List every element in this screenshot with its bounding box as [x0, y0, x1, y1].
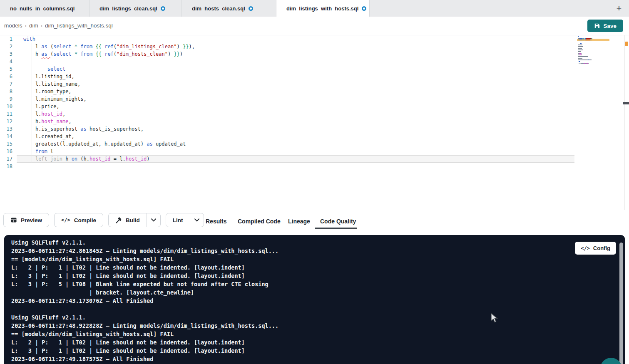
code-line: [23, 58, 195, 65]
code-line: l.listing_name,: [23, 80, 195, 88]
action-toolbar: Preview </> Compile Build Lin: [0, 210, 629, 235]
config-label: Config: [593, 245, 610, 251]
editor-tab[interactable]: dim_listings_clean.sql: [90, 0, 182, 17]
minimap-line: [578, 45, 609, 45]
minimap-line: [578, 61, 609, 62]
line-number: 18: [0, 163, 12, 170]
breadcrumb-item[interactable]: dim: [29, 22, 38, 29]
code-line: from l: [23, 148, 195, 155]
code-content[interactable]: with l as (select * from {{ ref("dim_lis…: [23, 35, 195, 170]
line-number: 17: [0, 155, 12, 163]
save-icon: [594, 23, 600, 29]
panel-tab-lineage[interactable]: Lineage: [288, 218, 310, 225]
line-number: 4: [0, 58, 12, 65]
editor-scrollbar-thumb[interactable]: [623, 102, 629, 104]
code-line: l.price,: [23, 103, 195, 110]
panel-tab-results[interactable]: Results: [206, 218, 227, 225]
result-panel-tabs: ResultsCompiled CodeLineageCode Quality: [0, 210, 629, 235]
line-number: 7: [0, 80, 12, 88]
new-tab-button[interactable]: +: [613, 2, 625, 14]
line-number: 14: [0, 133, 12, 140]
terminal-line: == [models/dim/dim_listings_with_hosts.s…: [11, 255, 278, 263]
minimap[interactable]: [578, 36, 609, 66]
terminal-line: == [models/dim/dim_listings_with_hosts.s…: [11, 330, 278, 338]
minimap-line: [578, 53, 609, 54]
code-line: h.is_superhost as host_is_superhost,: [23, 125, 195, 133]
line-number-gutter: 123456789101112131415161718: [0, 35, 12, 170]
code-editor[interactable]: 123456789101112131415161718 with l as (s…: [0, 35, 629, 210]
terminal-line: L: 3 | P: 1 | LT02 | Line should not be …: [11, 272, 278, 280]
code-line: l.created_at,: [23, 133, 195, 140]
minimap-line: [578, 51, 609, 52]
line-number: 9: [0, 95, 12, 103]
editor-tab[interactable]: no_nulls_in_columns.sql: [0, 0, 90, 17]
unsaved-changes-dot[interactable]: [249, 6, 253, 11]
terminal-line: 2023-06-06T11:27:49.187575Z – All Finish…: [11, 355, 278, 363]
panel-tab-compiled-code[interactable]: Compiled Code: [238, 218, 281, 225]
tab-label: no_nulls_in_columns.sql: [10, 5, 75, 12]
code-line: l.minimum_nights,: [23, 95, 195, 103]
unsaved-changes-dot[interactable]: [362, 6, 366, 11]
panel-tab-code-quality[interactable]: Code Quality: [320, 218, 356, 225]
minimap-line: [578, 58, 609, 59]
terminal-line: [11, 305, 278, 313]
code-line: with: [23, 35, 195, 43]
terminal-line: L: 3 | P: 5 | LT08 | Blank line expected…: [11, 280, 278, 288]
editor-tab[interactable]: dim_hosts_clean.sql: [182, 0, 276, 17]
line-number: 6: [0, 73, 12, 80]
unsaved-changes-dot[interactable]: [161, 6, 165, 11]
terminal-line: | bracket. [layout.cte_newline]: [11, 288, 278, 297]
code-line: h.host_name,: [23, 118, 195, 125]
code-line: l.room_type,: [23, 88, 195, 95]
terminal-line: 2023-06-06T11:27:42.861845Z – Linting mo…: [11, 247, 278, 255]
save-button[interactable]: Save: [587, 20, 623, 32]
terminal-line: Using SQLFluff v2.1.1.: [11, 313, 278, 322]
terminal-scrollbar-thumb[interactable]: [619, 243, 623, 364]
minimap-line: [578, 54, 609, 55]
breadcrumb-bar: models›dim›dim_listings_with_hosts.sql S…: [0, 17, 629, 35]
code-line: l.host_id,: [23, 110, 195, 118]
editor-tab[interactable]: dim_listings_with_hosts.sql: [276, 0, 370, 17]
minimap-line: [578, 48, 609, 49]
terminal-output: Using SQLFluff v2.1.1.2023-06-06T11:27:4…: [11, 238, 278, 363]
code-line: select: [23, 65, 195, 73]
breadcrumb: models›dim›dim_listings_with_hosts.sql: [4, 22, 113, 29]
tab-label: dim_listings_clean.sql: [99, 5, 157, 12]
breadcrumb-item[interactable]: dim_listings_with_hosts.sql: [45, 22, 113, 29]
tab-label: dim_hosts_clean.sql: [192, 5, 245, 12]
editor-right-divider: [624, 35, 625, 210]
terminal-line: L: 2 | P: 1 | LT02 | Line should not be …: [11, 263, 278, 272]
breadcrumb-chevron-icon: ›: [25, 22, 27, 29]
config-button[interactable]: </> Config: [575, 242, 616, 255]
line-number: 11: [0, 110, 12, 118]
line-number: 15: [0, 140, 12, 148]
code-line: l.listing_id,: [23, 73, 195, 80]
breadcrumb-chevron-icon: ›: [41, 22, 42, 29]
line-number: 2: [0, 43, 12, 50]
tab-bar: no_nulls_in_columns.sqldim_listings_clea…: [0, 0, 629, 17]
minimap-line: [578, 38, 609, 39]
minimap-line: [578, 63, 609, 64]
minimap-line: [578, 36, 609, 37]
lint-terminal-panel: Using SQLFluff v2.1.1.2023-06-06T11:27:4…: [4, 235, 625, 364]
code-line: [23, 163, 195, 170]
minimap-line: [578, 50, 609, 50]
minimap-line: [578, 59, 609, 60]
active-tab-underline: [315, 228, 357, 229]
code-line: l as (select * from {{ ref("dim_listings…: [23, 43, 195, 50]
minimap-line: [578, 40, 609, 40]
tab-label: dim_listings_with_hosts.sql: [286, 5, 358, 12]
minimap-line: [578, 43, 609, 44]
line-number: 1: [0, 35, 12, 43]
breadcrumb-item[interactable]: models: [4, 22, 22, 29]
lint-warning-marker: [625, 42, 628, 46]
terminal-line: L: 2 | P: 1 | LT02 | Line should not be …: [11, 338, 278, 347]
line-number: 5: [0, 65, 12, 73]
code-brackets-icon: </>: [581, 245, 590, 251]
terminal-line: 2023-06-06T11:27:48.922828Z – Linting mo…: [11, 322, 278, 330]
line-number: 3: [0, 50, 12, 58]
minimap-line: [578, 46, 609, 47]
line-number: 13: [0, 125, 12, 133]
minimap-line: [578, 41, 609, 42]
line-number: 16: [0, 148, 12, 155]
